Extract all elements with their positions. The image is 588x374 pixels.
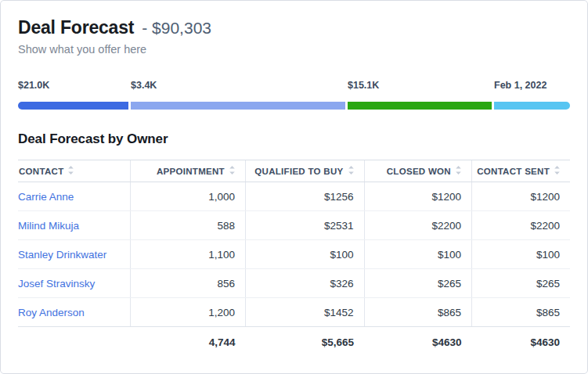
forecast-progress-area: $21.0K $3.4K $15.1K Feb 1, 2022	[18, 77, 570, 110]
cell-closed-won: $1200	[364, 182, 471, 211]
column-header-closed-won[interactable]: CLOSED WON	[364, 160, 471, 182]
total-contact-sent: $4630	[471, 327, 570, 358]
total-closed-won: $4630	[364, 327, 471, 358]
table-totals-row: 4,744 $5,665 $4630 $4630	[18, 327, 570, 358]
cell-qualified: $1452	[245, 298, 364, 327]
cell-contact-sent: $265	[471, 269, 570, 298]
cell-appointment: 588	[131, 211, 246, 240]
bar-label-qualified: $3.4K	[131, 80, 157, 91]
progress-bar	[18, 102, 570, 110]
cell-qualified: $100	[245, 240, 364, 269]
bar-label-appointment: $21.0K	[18, 80, 49, 91]
table-row: Milind Mikuja 588 $2531 $2200 $2200	[18, 211, 570, 240]
cell-appointment: 856	[131, 269, 246, 298]
column-header-qualified-to-buy[interactable]: QUALIFIED TO BUY	[245, 160, 364, 182]
cell-contact-sent: $2200	[471, 211, 570, 240]
contact-link[interactable]: Carrie Anne	[18, 191, 74, 203]
column-header-contact[interactable]: CONTACT	[18, 160, 131, 182]
cell-qualified: $326	[245, 269, 364, 298]
cell-closed-won: $100	[364, 240, 471, 269]
contact-link[interactable]: Roy Anderson	[18, 307, 85, 318]
column-header-contact-sent[interactable]: CONTACT SENT	[471, 160, 570, 182]
column-header-appointment[interactable]: APPOINTMENT	[131, 160, 246, 182]
cell-contact-sent: $100	[471, 240, 570, 269]
progress-segment-green[interactable]	[348, 102, 492, 110]
sort-icon[interactable]	[554, 165, 561, 177]
bar-label-closed-won: $15.1K	[348, 80, 379, 91]
table-header-row: CONTACT APPOINTMENT QUALIFIED TO BUY	[18, 160, 570, 182]
progress-bar-labels: $21.0K $3.4K $15.1K Feb 1, 2022	[18, 77, 570, 92]
table-row: Carrie Anne 1,000 $1256 $1200 $1200	[18, 182, 570, 211]
progress-segment-blue[interactable]	[18, 102, 128, 110]
page-subtitle: Show what you offer here	[18, 43, 570, 56]
table-row: Stanley Drinkwater 1,100 $100 $100 $100	[18, 240, 570, 269]
contact-link[interactable]: Milind Mikuja	[18, 220, 79, 232]
page-title-amount: - $90,303	[142, 19, 211, 38]
total-qualified: $5,665	[245, 327, 364, 358]
bar-label-date: Feb 1, 2022	[494, 80, 547, 91]
cell-appointment: 1,200	[131, 298, 246, 327]
sort-icon[interactable]	[455, 165, 462, 177]
totals-spacer	[18, 327, 131, 358]
cell-closed-won: $265	[364, 269, 471, 298]
sort-icon[interactable]	[229, 165, 236, 177]
page-title-text: Deal Forecast	[18, 17, 134, 38]
progress-segment-periwinkle[interactable]	[131, 102, 345, 110]
sort-icon[interactable]	[67, 165, 74, 177]
section-title: Deal Forecast by Owner	[18, 131, 570, 147]
cell-contact-sent: $1200	[471, 182, 570, 211]
table-row: Roy Anderson 1,200 $1452 $865 $865	[18, 298, 570, 327]
deal-forecast-table: CONTACT APPOINTMENT QUALIFIED TO BUY	[18, 160, 570, 358]
cell-appointment: 1,100	[131, 240, 246, 269]
cell-closed-won: $2200	[364, 211, 471, 240]
total-appointment: 4,744	[131, 327, 246, 358]
cell-closed-won: $865	[364, 298, 471, 327]
table-row: Josef Stravinsky 856 $326 $265 $265	[18, 269, 570, 298]
cell-qualified: $2531	[245, 211, 364, 240]
contact-link[interactable]: Stanley Drinkwater	[18, 249, 106, 261]
cell-contact-sent: $865	[471, 298, 570, 327]
sort-icon[interactable]	[348, 165, 355, 177]
deal-forecast-card: Deal Forecast - $90,303 Show what you of…	[0, 0, 588, 374]
cell-qualified: $1256	[245, 182, 364, 211]
page-title: Deal Forecast - $90,303	[18, 17, 570, 38]
progress-segment-sky[interactable]	[494, 102, 570, 110]
contact-link[interactable]: Josef Stravinsky	[18, 278, 95, 289]
cell-appointment: 1,000	[131, 182, 246, 211]
